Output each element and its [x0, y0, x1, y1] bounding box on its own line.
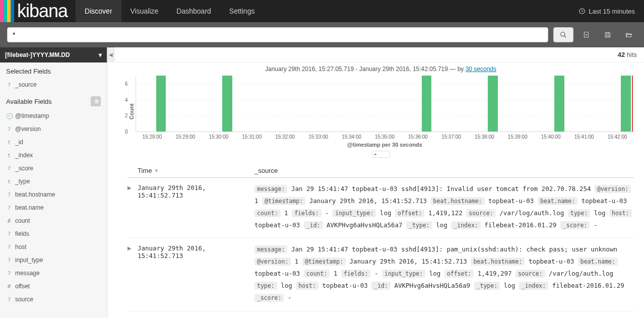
x-tick: 15:28:00	[136, 134, 169, 140]
x-tick: 15:37:00	[434, 134, 468, 140]
y-tick: 4	[125, 97, 128, 102]
field-item[interactable]: t_index	[0, 149, 107, 162]
field-item[interactable]: ?beat.name	[0, 201, 107, 214]
x-tick: 15:35:00	[368, 134, 402, 140]
logo-text: kibana	[17, 1, 68, 22]
field-name: _type	[15, 178, 30, 185]
field-item[interactable]: ?fields	[0, 227, 107, 240]
field-item[interactable]: t_id	[0, 136, 107, 149]
interval-link[interactable]: 30 seconds	[466, 66, 496, 73]
histogram-chart[interactable]: 0246	[136, 76, 634, 132]
selected-fields-heading: Selected Fields	[0, 62, 107, 78]
field-name: beat.name	[15, 204, 44, 211]
field-key: @timestamp:	[302, 258, 346, 266]
field-key: message:	[254, 185, 287, 193]
field-name: @version	[15, 125, 41, 133]
table-row: ▶January 29th 2016, 15:41:52.713message:…	[127, 238, 634, 311]
field-type-icon: t	[6, 152, 12, 159]
new-icon	[583, 31, 590, 38]
index-pattern-selector[interactable]: [filebeat-]YYYY.MM.DD ▾	[0, 47, 107, 62]
field-item[interactable]: #count	[0, 214, 107, 227]
collapse-chart-button[interactable]	[372, 151, 390, 158]
field-item[interactable]: ?beat.hostname	[0, 188, 107, 201]
field-item[interactable]: ?_score	[0, 162, 107, 175]
expand-row-button[interactable]: ▶	[127, 183, 138, 231]
open-search-button[interactable]	[621, 27, 637, 42]
histogram-bar[interactable]	[621, 76, 631, 132]
field-type-icon: ?	[6, 165, 12, 172]
field-key: fields:	[341, 270, 370, 278]
histogram-bar[interactable]	[554, 76, 564, 132]
search-button[interactable]	[553, 27, 573, 42]
field-item[interactable]: ?@version	[0, 122, 107, 136]
logo-stripes	[0, 0, 14, 22]
column-source[interactable]: _source	[254, 167, 634, 174]
available-fields-heading: Available Fields	[0, 91, 107, 109]
field-key: input_type:	[333, 209, 376, 217]
nav-visualize[interactable]: Visualize	[121, 0, 168, 22]
field-item[interactable]: ?host	[0, 240, 107, 253]
field-key: _score:	[560, 221, 590, 229]
time-picker[interactable]: Last 15 minutes	[569, 8, 644, 15]
field-key: beat.name:	[538, 197, 577, 205]
field-name: offset	[15, 283, 30, 290]
sort-desc-icon: ▼	[154, 168, 159, 173]
x-tick: 15:41:00	[567, 134, 601, 140]
field-name: _index	[15, 152, 33, 159]
field-item[interactable]: 🕘@timestamp	[0, 109, 107, 122]
field-key: _id:	[371, 282, 391, 290]
x-tick: 15:34:00	[335, 134, 368, 140]
collapse-sidebar-button[interactable]: ◀	[107, 47, 114, 61]
field-item[interactable]: ?message	[0, 267, 107, 280]
field-name: message	[15, 270, 40, 277]
x-tick: 15:42:00	[601, 134, 634, 140]
histogram-bar[interactable]	[422, 76, 432, 132]
field-key: beat.hostname:	[431, 197, 485, 205]
x-tick: 15:38:00	[468, 134, 501, 140]
histogram-bar[interactable]	[156, 76, 166, 132]
field-name: input_type	[15, 257, 43, 264]
source-cell: message: Jan 29 15:41:47 topbeat-u-03 ss…	[254, 243, 634, 303]
nav-settings[interactable]: Settings	[220, 0, 264, 22]
column-time-label: Time	[138, 167, 152, 174]
search-input[interactable]	[7, 27, 548, 42]
field-type-icon: ?	[6, 192, 12, 198]
x-tick: 15:29:00	[169, 134, 202, 140]
column-time[interactable]: Time ▼	[138, 167, 254, 174]
chart-x-axis-label: @timestamp per 30 seconds	[136, 142, 634, 148]
nav-discover[interactable]: Discover	[76, 0, 121, 22]
hits-bar: 42 hits	[107, 47, 644, 62]
x-tick: 15:40:00	[534, 134, 567, 140]
search-icon	[560, 31, 567, 38]
time-picker-label: Last 15 minutes	[589, 8, 635, 15]
expand-row-button[interactable]: ▶	[127, 243, 138, 303]
histogram-bar[interactable]	[222, 76, 232, 132]
caret-down-icon: ▾	[99, 51, 102, 58]
field-key: count:	[304, 270, 330, 278]
field-item[interactable]: ?_source	[0, 78, 107, 91]
field-item[interactable]: ?input_type	[0, 253, 107, 267]
clock-icon	[578, 8, 586, 15]
field-type-icon: ?	[6, 205, 12, 211]
field-type-icon: #	[6, 218, 12, 224]
svg-point-1	[561, 32, 565, 36]
field-name: _id	[15, 139, 23, 146]
new-search-button[interactable]	[578, 27, 595, 42]
field-key: count:	[254, 209, 281, 217]
field-type-icon: ?	[6, 231, 12, 237]
nav-dashboard[interactable]: Dashboard	[167, 0, 220, 22]
field-item[interactable]: t_type	[0, 175, 107, 188]
field-item[interactable]: #offset	[0, 280, 107, 293]
field-key: message:	[254, 245, 287, 253]
field-key: beat.name:	[578, 258, 618, 266]
field-key: host:	[296, 282, 318, 290]
histogram-bar[interactable]	[488, 76, 498, 132]
field-key: host:	[609, 209, 632, 217]
field-key: input_type:	[382, 270, 425, 278]
save-search-button[interactable]	[600, 27, 616, 42]
field-key: _type:	[406, 221, 432, 229]
x-tick: 15:36:00	[402, 134, 435, 140]
field-item[interactable]: ?source	[0, 293, 107, 306]
save-icon	[604, 31, 611, 38]
field-settings-button[interactable]	[91, 96, 101, 106]
